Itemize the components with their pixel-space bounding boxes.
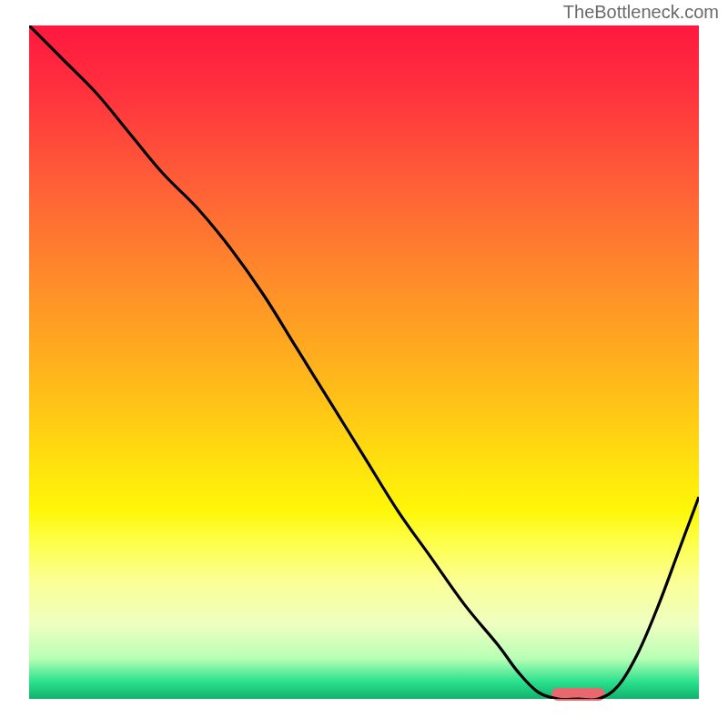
watermark-text: TheBottleneck.com — [563, 2, 719, 23]
curve-path — [29, 25, 699, 699]
bottleneck-curve — [29, 25, 699, 699]
chart-plot-area — [29, 25, 699, 699]
